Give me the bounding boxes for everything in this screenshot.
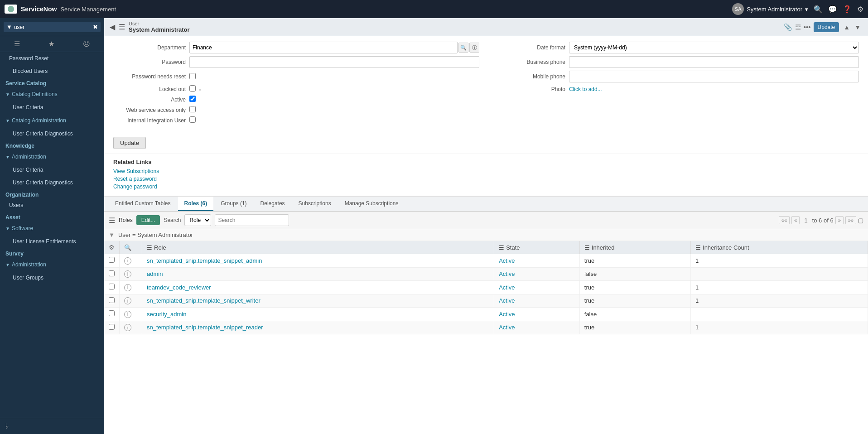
next-record-btn[interactable]: ▼	[853, 23, 863, 32]
attachment-icon[interactable]: 📎	[784, 23, 792, 31]
role-link[interactable]: admin	[147, 270, 163, 277]
col-role-header[interactable]: ☰ Role	[142, 241, 494, 254]
pwd-reset-checkbox[interactable]	[189, 73, 196, 79]
row-info-cell: i	[120, 294, 142, 308]
prev-record-btn[interactable]: ▲	[842, 23, 852, 32]
sidebar-item-user-criteria-diag-2[interactable]: User Criteria Diagnostics	[0, 176, 104, 189]
collapse-nav-btn[interactable]: ◀	[110, 23, 115, 31]
state-link[interactable]: Active	[499, 257, 515, 264]
internal-user-checkbox[interactable]	[189, 116, 196, 123]
tab-groups[interactable]: Groups (1)	[214, 197, 253, 211]
search-icon[interactable]: 🔍	[814, 5, 823, 14]
next-page-btn[interactable]: »	[835, 216, 844, 224]
sidebar-group-software[interactable]: ▼ Software	[0, 222, 104, 235]
user-menu[interactable]: SA System Administrator ▾	[732, 3, 808, 15]
sidebar-item-users[interactable]: Users	[0, 199, 104, 212]
web-service-checkbox[interactable]	[189, 106, 196, 112]
table-collapse-icon[interactable]: ▢	[858, 217, 863, 224]
hamburger-icon[interactable]: ☰	[119, 23, 125, 31]
row-checkbox[interactable]	[109, 297, 115, 303]
sidebar-add-icon[interactable]: ♭	[5, 422, 9, 430]
tab-subscriptions[interactable]: Subscriptions	[292, 197, 338, 211]
mobile-phone-input[interactable]	[569, 71, 859, 82]
row-checkbox[interactable]	[109, 310, 115, 316]
sidebar-history-icon[interactable]: ☹	[80, 39, 93, 49]
app-logo[interactable]: ServiceNow Service Management	[5, 5, 116, 14]
row-info-icon[interactable]: i	[124, 324, 131, 331]
row-info-icon[interactable]: i	[124, 270, 131, 278]
gear-icon[interactable]: ⚙	[109, 244, 115, 251]
customize-icon[interactable]: ☲	[795, 23, 801, 31]
edit-button[interactable]: Edit...	[136, 215, 160, 225]
last-page-btn[interactable]: »»	[845, 216, 856, 224]
sidebar-item-user-groups[interactable]: User Groups	[0, 271, 104, 284]
tab-manage-subscriptions[interactable]: Manage Subscriptions	[338, 197, 405, 211]
sidebar-favorites-icon[interactable]: ★	[46, 39, 57, 49]
sidebar-item-user-criteria-1[interactable]: User Criteria	[0, 101, 104, 114]
col-count-header[interactable]: ☰ Inheritance Count	[691, 241, 868, 254]
chat-icon[interactable]: 💬	[828, 5, 837, 14]
search-field-select[interactable]: Role	[184, 214, 211, 226]
role-link[interactable]: sn_templated_snip.template_snippet_write…	[147, 297, 260, 304]
table-menu-icon[interactable]: ☰	[109, 216, 115, 225]
sidebar-item-user-license[interactable]: User License Entitlements	[0, 235, 104, 248]
state-link[interactable]: Active	[499, 311, 515, 318]
sidebar-group-catalog-definitions[interactable]: ▼ Catalog Definitions	[0, 87, 104, 101]
tab-roles[interactable]: Roles (6)	[178, 197, 214, 211]
sidebar-item-blocked-users[interactable]: Blocked Users	[0, 65, 104, 77]
sidebar-group-knowledge-admin[interactable]: ▼ Administration	[0, 150, 104, 164]
prev-page-btn[interactable]: «	[791, 216, 800, 224]
department-search-icon[interactable]: 🔍	[458, 43, 468, 53]
more-options-icon[interactable]: •••	[804, 23, 811, 31]
help-icon[interactable]: ❓	[843, 5, 852, 14]
link-change-password[interactable]: Change password	[113, 183, 859, 190]
state-link[interactable]: Active	[499, 324, 515, 331]
table-row: i sn_templated_snip.template_snippet_adm…	[104, 254, 868, 268]
active-checkbox[interactable]	[189, 96, 196, 102]
row-info-icon[interactable]: i	[124, 257, 131, 265]
settings-icon[interactable]: ⚙	[857, 5, 863, 14]
sidebar-group-survey-admin[interactable]: ▼ Administration	[0, 258, 104, 271]
sidebar-home-icon[interactable]: ☰	[11, 39, 23, 49]
row-checkbox[interactable]	[109, 324, 115, 330]
row-checkbox[interactable]	[109, 270, 115, 276]
row-info-icon[interactable]: i	[124, 297, 131, 304]
tabs-bar: Entitled Custom Tables Roles (6) Groups …	[104, 197, 868, 212]
roles-search-input[interactable]	[215, 214, 289, 226]
state-link[interactable]: Active	[499, 270, 515, 277]
role-link[interactable]: sn_templated_snip.template_snippet_admin	[147, 257, 262, 264]
sidebar-item-password-reset[interactable]: Password Reset	[0, 52, 104, 65]
department-info-icon[interactable]: ⓘ	[469, 43, 479, 53]
first-page-btn[interactable]: ««	[779, 216, 790, 224]
col-state-header[interactable]: ☰ State	[494, 241, 580, 254]
role-link[interactable]: teamdev_code_reviewer	[147, 284, 211, 291]
sidebar-group-catalog-admin[interactable]: ▼ Catalog Administration	[0, 114, 104, 127]
link-reset-password[interactable]: Reset a password	[113, 176, 859, 182]
tab-delegates[interactable]: Delegates	[254, 197, 291, 211]
business-phone-input[interactable]	[569, 56, 859, 68]
password-input[interactable]	[189, 56, 479, 68]
col-inherited-header[interactable]: ☰ Inherited	[579, 241, 690, 254]
sidebar-item-user-criteria-diag-1[interactable]: User Criteria Diagnostics	[0, 127, 104, 140]
locked-out-checkbox[interactable]	[189, 85, 196, 92]
row-info-icon[interactable]: i	[124, 284, 131, 291]
photo-add-link[interactable]: Click to add...	[569, 86, 602, 92]
row-checkbox[interactable]	[109, 284, 115, 289]
sidebar-search-input[interactable]	[14, 24, 91, 30]
role-link[interactable]: sn_templated_snip.template_snippet_reade…	[147, 324, 263, 331]
sidebar-search-clear-icon[interactable]: ✖	[93, 24, 98, 30]
link-view-subscriptions[interactable]: View Subscriptions	[113, 168, 859, 174]
row-info-icon[interactable]: i	[124, 311, 131, 318]
role-link[interactable]: security_admin	[147, 311, 186, 318]
state-link[interactable]: Active	[499, 297, 515, 304]
department-input[interactable]	[189, 42, 458, 53]
update-button-top[interactable]: Update	[814, 22, 839, 32]
update-button-form[interactable]: Update	[113, 137, 146, 149]
row-checkbox[interactable]	[109, 257, 115, 263]
user-dropdown-icon[interactable]: ▾	[805, 6, 808, 13]
tab-entitled-custom-tables[interactable]: Entitled Custom Tables	[109, 197, 177, 211]
sidebar-item-user-criteria-2[interactable]: User Criteria	[0, 164, 104, 176]
date-format-select[interactable]: System (yyyy-MM-dd)	[569, 42, 859, 53]
search-col-icon[interactable]: 🔍	[124, 244, 131, 251]
state-link[interactable]: Active	[499, 284, 515, 291]
